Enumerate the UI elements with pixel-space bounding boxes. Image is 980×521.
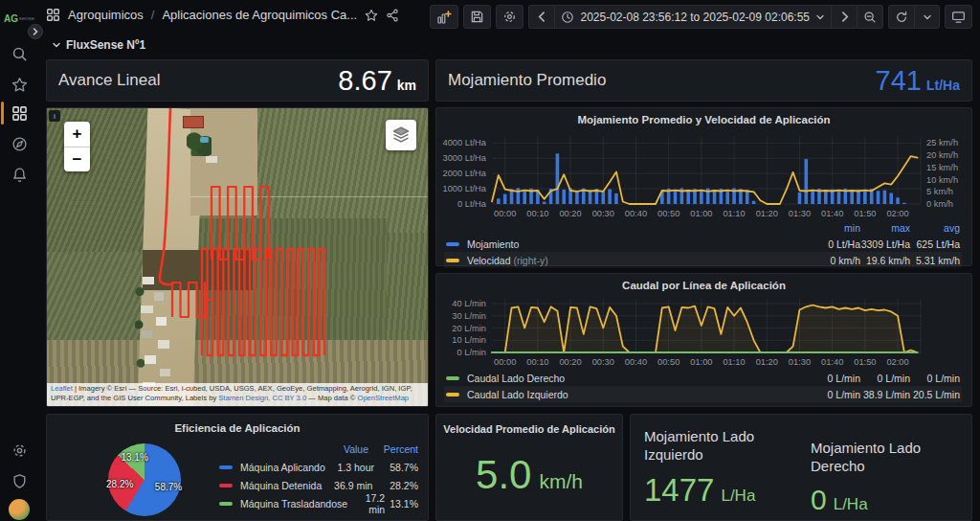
series-dash: [446, 242, 459, 246]
map-layers-button[interactable]: [386, 120, 416, 150]
svg-text:00:20: 00:20: [559, 357, 581, 367]
refresh-icon[interactable]: [888, 5, 914, 29]
explore-compass-icon[interactable]: [0, 130, 38, 157]
stat-value: 1477 L/Ha: [644, 474, 801, 506]
panel-eficiencia: Eficiencia de Aplicación Value Percent M…: [46, 414, 429, 521]
panel-mojamiento-velocidad-chart: Mojamiento Promedio y Velocidad de Aplic…: [435, 107, 972, 266]
pie-slice-label: 58.7%: [155, 482, 182, 492]
svg-text:0 km/h: 0 km/h: [926, 199, 953, 209]
svg-text:3000 Lt/Ha: 3000 Lt/Ha: [443, 153, 487, 163]
svg-text:00:10: 00:10: [526, 209, 548, 218]
topbar: Agroquimicos / Aplicaciones de Agroquimi…: [38, 0, 980, 33]
sidebar-item-dashboards[interactable]: [0, 100, 38, 126]
zoom-in-button[interactable]: +: [64, 122, 90, 147]
gps-trace: [47, 108, 428, 406]
map-attribution: Leaflet | Imagery © Esri — Source: Esri,…: [47, 383, 428, 406]
breadcrumb-dashboard[interactable]: Aplicaciones de Agroquimicos Ca...: [162, 8, 357, 22]
table-row[interactable]: Máquina Aplicando 1.3 hour 58.7%: [219, 458, 418, 476]
dashboard-settings-gear-icon[interactable]: [496, 5, 523, 29]
breadcrumb-folder[interactable]: Agroquimicos: [68, 8, 144, 22]
legend-col-avg[interactable]: avg: [910, 222, 960, 234]
active-indicator: [1, 102, 4, 125]
legend-col-min[interactable]: min: [811, 222, 860, 234]
svg-text:0 Lt/Ha: 0 Lt/Ha: [457, 199, 487, 209]
search-icon[interactable]: [0, 40, 38, 67]
svg-text:20 L/min: 20 L/min: [452, 324, 486, 333]
table-header-row: Value Percent: [219, 440, 418, 458]
svg-text:00:20: 00:20: [559, 209, 581, 218]
time-back-chevron-icon[interactable]: [528, 5, 554, 29]
svg-text:02:00: 02:00: [886, 357, 908, 367]
panel-title[interactable]: Mojamiento Promedio: [448, 71, 606, 90]
layers-icon: [391, 125, 411, 145]
stat-value: 8.67km: [338, 67, 416, 95]
add-panel-button[interactable]: [430, 5, 458, 29]
row-title: FluxSense Nº1: [66, 38, 145, 52]
favorite-star-icon[interactable]: [365, 9, 378, 22]
table-row[interactable]: Máquina Trasladandose 17.2 min 13.1%: [219, 494, 418, 512]
svg-text:4000 Lt/Ha: 4000 Lt/Ha: [443, 138, 487, 147]
chart-legend: Caudal Lado Derecho 0 L/min 0 L/min 0 L/…: [444, 370, 962, 402]
toolbar: 2025-02-08 23:56:12 to 2025-02-09 02:06:…: [430, 5, 972, 29]
svg-text:40 L/min: 40 L/min: [452, 299, 486, 308]
timeseries-chart: 00:0000:1000:2000:3000:4000:5001:0001:10…: [436, 274, 971, 370]
svg-text:10 km/h: 10 km/h: [926, 175, 958, 185]
refresh-interval-chevron-icon[interactable]: [914, 5, 940, 29]
svg-text:01:50: 01:50: [854, 209, 876, 218]
admin-shield-icon[interactable]: [0, 467, 38, 494]
svg-text:01:20: 01:20: [756, 209, 778, 218]
time-forward-chevron-icon[interactable]: [831, 5, 857, 29]
legend-col-max[interactable]: max: [860, 222, 910, 234]
series-dash: [446, 376, 459, 380]
col-value[interactable]: Value: [313, 443, 368, 455]
svg-text:00:30: 00:30: [592, 357, 614, 367]
svg-text:15 km/h: 15 km/h: [926, 163, 958, 172]
legend-row-caudal-derecho[interactable]: Caudal Lado Derecho 0 L/min 0 L/min 0 L/…: [444, 370, 962, 386]
svg-text:00:50: 00:50: [657, 357, 679, 367]
chart-title[interactable]: Eficiencia de Aplicación: [47, 422, 428, 434]
svg-text:02:00: 02:00: [886, 209, 908, 218]
panel-avance-lineal: Avance Lineal 8.67km: [46, 59, 429, 102]
stat-value: 741Lt/Ha: [876, 67, 960, 95]
row-collapse-chevron-icon: [52, 40, 61, 50]
series-dash: [446, 259, 459, 262]
panel-title[interactable]: Avance Lineal: [58, 71, 161, 90]
col-percent[interactable]: Percent: [368, 443, 418, 455]
zoom-out-button[interactable]: −: [64, 147, 90, 171]
svg-text:00:40: 00:40: [625, 357, 647, 367]
settings-gear-icon[interactable]: [0, 437, 38, 464]
row-header-fluxsense[interactable]: FluxSense Nº1: [52, 38, 145, 52]
zoom-out-time-icon[interactable]: [857, 5, 883, 29]
user-avatar[interactable]: [9, 499, 30, 520]
stamen-link[interactable]: Stamen Design, CC BY 3.0: [218, 394, 306, 402]
legend-header-row: min max avg: [444, 219, 962, 236]
panel-title[interactable]: Velocidad Promedio de Aplicación: [436, 423, 622, 435]
panel-info-icon[interactable]: i: [49, 110, 60, 122]
legend-row-velocidad[interactable]: Velocidad (right-y) 0 km/h 19.6 km/h 5.3…: [444, 252, 962, 268]
chevron-down-icon: [815, 12, 825, 22]
svg-text:01:30: 01:30: [789, 357, 811, 367]
kiosk-monitor-icon[interactable]: [945, 5, 972, 29]
share-icon[interactable]: [386, 9, 399, 22]
svg-text:00:00: 00:00: [494, 209, 516, 218]
alerting-bell-icon[interactable]: [0, 161, 38, 188]
series-dash: [219, 484, 233, 487]
svg-text:01:40: 01:40: [821, 357, 843, 367]
legend-row-mojamiento[interactable]: Mojamiento 0 Lt/Ha 3309 Lt/Ha 625 Lt/Ha: [444, 236, 962, 252]
pie-slice-label: 13.1%: [121, 452, 147, 463]
legend-row-caudal-izquierdo[interactable]: Caudal Lado Izquierdo 0 L/min 38.9 L/min…: [444, 386, 962, 402]
osm-link[interactable]: OpenStreetMap: [357, 394, 409, 402]
time-range-picker[interactable]: 2025-02-08 23:56:12 to 2025-02-09 02:06:…: [554, 5, 831, 29]
series-dash: [219, 502, 233, 506]
table-row[interactable]: Máquina Detenida 36.9 min 28.2%: [219, 476, 418, 494]
svg-text:01:10: 01:10: [723, 209, 745, 218]
sidebar-expand-chevron-icon[interactable]: [28, 24, 43, 39]
save-dashboard-button[interactable]: [463, 5, 491, 29]
stat-value: 0 L/Ha: [811, 486, 968, 514]
svg-text:2000 Lt/Ha: 2000 Lt/Ha: [443, 169, 487, 178]
star-icon[interactable]: [0, 71, 38, 98]
svg-text:5 km/h: 5 km/h: [926, 187, 953, 196]
leaflet-link[interactable]: Leaflet: [51, 384, 73, 393]
panel-velocidad-promedio: Velocidad Promedio de Aplicación 5.0 km/…: [435, 414, 623, 521]
svg-text:25 km/h: 25 km/h: [926, 138, 958, 147]
